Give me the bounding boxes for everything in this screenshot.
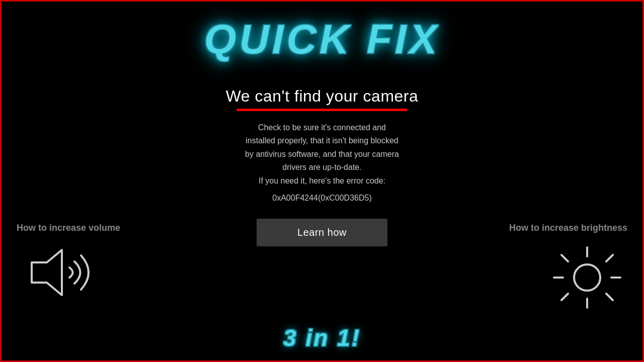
red-divider — [236, 109, 408, 111]
volume-section: How to increase volume — [17, 223, 120, 303]
brightness-icon — [547, 242, 627, 313]
error-description: Check to be sure it's connected and inst… — [196, 121, 448, 188]
tagline: 3 in 1! — [283, 324, 361, 351]
volume-label: How to increase volume — [17, 223, 120, 233]
page-title: QUICK FIX — [2, 2, 642, 63]
learn-how-button[interactable]: Learn how — [257, 219, 387, 246]
error-heading: We can't find your camera — [196, 87, 448, 106]
volume-icon — [17, 242, 97, 303]
svg-line-8 — [561, 294, 568, 300]
brightness-section: How to increase brightness — [509, 223, 627, 313]
brightness-label: How to increase brightness — [509, 223, 627, 233]
svg-marker-0 — [32, 250, 62, 295]
error-code: 0xA00F4244(0xC00D36D5) — [196, 192, 448, 205]
svg-line-6 — [561, 255, 568, 261]
svg-line-9 — [606, 294, 613, 300]
center-panel: We can't find your camera Check to be su… — [196, 87, 448, 246]
svg-point-1 — [574, 264, 600, 291]
svg-line-7 — [606, 255, 613, 261]
